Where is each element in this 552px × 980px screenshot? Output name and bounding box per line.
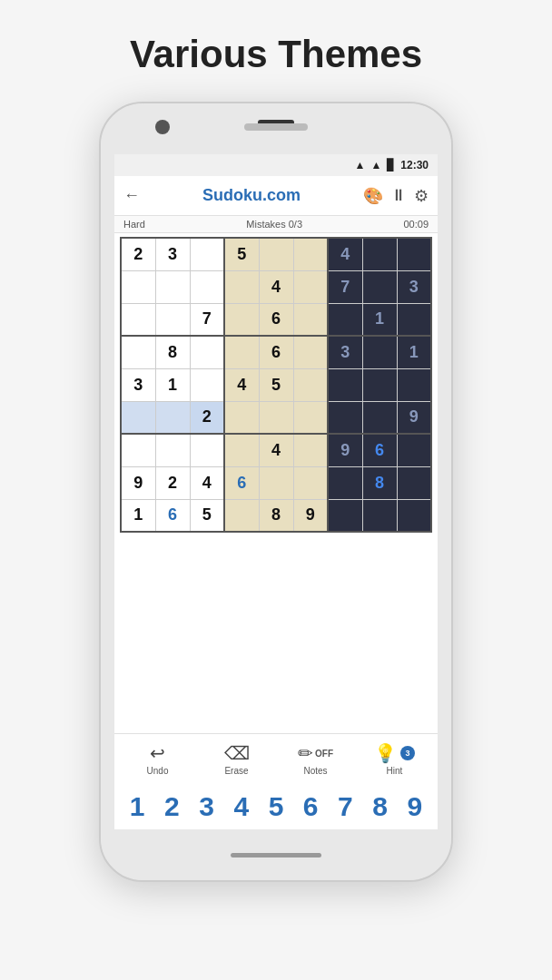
cell-7-1[interactable]: 2 [155,466,190,499]
cell-8-1[interactable]: 6 [155,499,190,532]
hint-button[interactable]: 💡 3 Hint [355,742,434,776]
cell-4-7[interactable] [362,368,397,401]
cell-6-6[interactable]: 9 [328,434,362,466]
number-btn-7[interactable]: 7 [328,791,362,822]
cell-3-4[interactable]: 6 [259,336,293,368]
cell-0-2[interactable] [190,238,224,270]
cell-8-5[interactable]: 9 [293,499,328,532]
cell-7-0[interactable]: 9 [121,466,155,499]
cell-2-7[interactable]: 1 [362,303,397,336]
cell-6-8[interactable] [397,434,431,466]
cell-8-3[interactable] [224,499,259,532]
cell-3-5[interactable] [293,336,328,368]
cell-1-4[interactable]: 4 [259,270,293,303]
cell-8-0[interactable]: 1 [121,499,155,532]
cell-1-7[interactable] [362,270,397,303]
cell-4-8[interactable] [397,368,431,401]
cell-4-4[interactable]: 5 [259,368,293,401]
cell-3-0[interactable] [121,336,155,368]
cell-3-8[interactable]: 1 [397,336,431,368]
cell-7-4[interactable] [259,466,293,499]
cell-0-5[interactable] [293,238,328,270]
cell-8-8[interactable] [397,499,431,532]
number-btn-3[interactable]: 3 [189,791,223,822]
cell-3-6[interactable]: 3 [328,336,362,368]
number-btn-6[interactable]: 6 [293,791,328,822]
cell-4-6[interactable] [328,368,362,401]
cell-0-6[interactable]: 4 [328,238,362,270]
cell-7-3[interactable]: 6 [224,466,259,499]
palette-button[interactable]: 🎨 [363,186,383,206]
cell-2-8[interactable] [397,303,431,336]
cell-5-0[interactable] [121,401,155,434]
cell-6-2[interactable] [190,434,224,466]
cell-0-0[interactable]: 2 [121,238,155,270]
cell-1-1[interactable] [155,270,190,303]
cell-4-2[interactable] [190,368,224,401]
cell-0-1[interactable]: 3 [155,238,190,270]
cell-1-6[interactable]: 7 [328,270,362,303]
cell-8-7[interactable] [362,499,397,532]
cell-3-2[interactable] [190,336,224,368]
cell-5-2[interactable]: 2 [190,401,224,434]
cell-7-8[interactable] [397,466,431,499]
status-bar: ▲ ▲ ▊ 12:30 [114,154,438,176]
cell-5-3[interactable] [224,401,259,434]
number-btn-1[interactable]: 1 [120,791,154,822]
cell-4-5[interactable] [293,368,328,401]
cell-6-3[interactable] [224,434,259,466]
cell-2-1[interactable] [155,303,190,336]
number-btn-5[interactable]: 5 [259,791,293,822]
cell-7-2[interactable]: 4 [190,466,224,499]
cell-2-5[interactable] [293,303,328,336]
erase-label: Erase [224,766,248,776]
cell-8-4[interactable]: 8 [259,499,293,532]
cell-5-6[interactable] [328,401,362,434]
back-button[interactable]: ← [123,186,140,205]
cell-5-4[interactable] [259,401,293,434]
number-btn-8[interactable]: 8 [363,791,398,822]
cell-2-3[interactable] [224,303,259,336]
cell-3-1[interactable]: 8 [155,336,190,368]
cell-6-5[interactable] [293,434,328,466]
cell-2-2[interactable]: 7 [190,303,224,336]
cell-1-3[interactable] [224,270,259,303]
cell-1-0[interactable] [121,270,155,303]
settings-button[interactable]: ⚙ [414,186,429,206]
cell-6-1[interactable] [155,434,190,466]
cell-7-7[interactable]: 8 [362,466,397,499]
cell-2-6[interactable] [328,303,362,336]
cell-6-4[interactable]: 4 [259,434,293,466]
cell-6-7[interactable]: 6 [362,434,397,466]
erase-button[interactable]: ⌫ Erase [197,742,276,776]
pause-button[interactable]: ⏸ [390,186,407,205]
cell-5-1[interactable] [155,401,190,434]
cell-4-0[interactable]: 3 [121,368,155,401]
cell-4-3[interactable]: 4 [224,368,259,401]
cell-3-7[interactable] [362,336,397,368]
cell-7-6[interactable] [328,466,362,499]
cell-2-0[interactable] [121,303,155,336]
cell-0-8[interactable] [397,238,431,270]
cell-5-5[interactable] [293,401,328,434]
cell-7-5[interactable] [293,466,328,499]
cell-4-1[interactable]: 1 [155,368,190,401]
cell-3-3[interactable] [224,336,259,368]
cell-2-4[interactable]: 6 [259,303,293,336]
cell-1-5[interactable] [293,270,328,303]
undo-button[interactable]: ↩ Undo [118,742,197,776]
cell-6-0[interactable] [121,434,155,466]
number-btn-2[interactable]: 2 [154,791,189,822]
cell-0-3[interactable]: 5 [224,238,259,270]
cell-5-8[interactable]: 9 [397,401,431,434]
cell-8-6[interactable] [328,499,362,532]
cell-5-7[interactable] [362,401,397,434]
cell-0-7[interactable] [362,238,397,270]
number-btn-4[interactable]: 4 [224,791,259,822]
cell-0-4[interactable] [259,238,293,270]
cell-1-8[interactable]: 3 [397,270,431,303]
cell-1-2[interactable] [190,270,224,303]
notes-button[interactable]: ✏ OFF Notes [276,742,355,776]
cell-8-2[interactable]: 5 [190,499,224,532]
number-btn-9[interactable]: 9 [398,791,432,822]
